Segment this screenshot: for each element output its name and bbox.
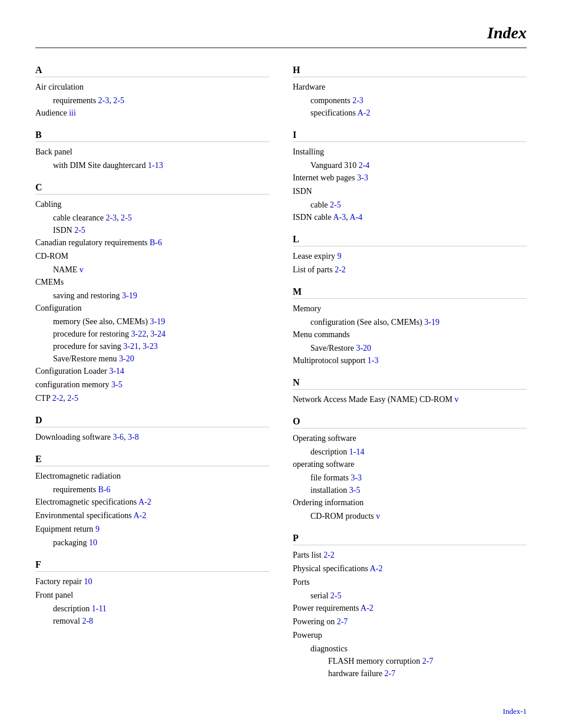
- index-entry: Parts list 2-2: [293, 549, 527, 561]
- index-entry: Installing: [293, 146, 527, 158]
- index-link[interactable]: B-6: [98, 485, 111, 494]
- index-link[interactable]: 2-5: [113, 96, 124, 105]
- section-letter: A: [35, 65, 269, 77]
- index-link[interactable]: v: [376, 512, 380, 521]
- index-link[interactable]: A-2: [358, 108, 371, 117]
- index-link[interactable]: 2-5: [74, 226, 85, 235]
- index-entry: Electromagnetic radiation: [35, 470, 269, 482]
- index-link[interactable]: A-2: [361, 604, 373, 612]
- index-entry: Save/Restore menu 3-20: [35, 353, 269, 365]
- index-entry: requirements 2-3, 2-5: [35, 94, 269, 107]
- index-link[interactable]: 1-13: [148, 161, 163, 170]
- index-link[interactable]: 3-5: [111, 380, 123, 389]
- index-entry: Electromagnetic specifications A-2: [35, 496, 269, 508]
- index-entry: Power requirements A-2: [293, 602, 527, 614]
- index-entry: packaging 10: [35, 536, 269, 549]
- index-link[interactable]: 1-11: [92, 604, 107, 613]
- index-entry: requirements B-6: [35, 483, 269, 496]
- index-entry: with DIM Site daughtercard 1-13: [35, 159, 269, 172]
- index-entry: Memory: [293, 302, 527, 315]
- index-link[interactable]: 3-20: [356, 344, 371, 353]
- index-link[interactable]: 9: [95, 525, 100, 533]
- index-entry: ISDN cable A-3, A-4: [293, 211, 527, 223]
- index-entry: Equipment return 9: [35, 523, 269, 535]
- index-link[interactable]: 3-19: [424, 318, 439, 327]
- index-entry: hardware failure 2-7: [293, 667, 527, 680]
- index-link[interactable]: A-2: [138, 498, 151, 506]
- index-entry: NAME v: [35, 263, 269, 276]
- index-section: FFactory repair 10Front paneldescription…: [35, 559, 269, 627]
- index-link[interactable]: 3-5: [349, 486, 361, 495]
- index-link[interactable]: 2-3: [98, 96, 110, 105]
- index-entry: removal 2-8: [35, 615, 269, 627]
- index-entry: Vanguard 310 2-4: [293, 159, 527, 172]
- index-link[interactable]: 3-19: [150, 317, 165, 326]
- index-link[interactable]: 1-14: [349, 447, 365, 456]
- index-link[interactable]: B-6: [150, 238, 162, 247]
- index-entry: serial 2-5: [293, 589, 527, 602]
- index-link[interactable]: 9: [337, 252, 341, 261]
- index-link[interactable]: v: [455, 395, 459, 404]
- page-footer: Index-1: [503, 707, 527, 716]
- index-entry: procedure for restoring 3-22, 3-24: [35, 328, 269, 340]
- index-entry: Configuration Loader 3-14: [35, 365, 269, 377]
- index-link[interactable]: 10: [84, 577, 92, 586]
- index-entry: Hardware: [293, 81, 527, 93]
- index-link[interactable]: v: [80, 265, 84, 274]
- index-link[interactable]: 2-5: [330, 591, 342, 600]
- index-entry: Cabling: [35, 198, 269, 210]
- index-entry: Internet web pages 3-3: [293, 172, 527, 184]
- index-section: HHardwarecomponents 2-3specifications A-…: [293, 65, 527, 119]
- index-link[interactable]: A-2: [370, 564, 383, 573]
- section-letter: N: [293, 377, 527, 390]
- index-section: CCablingcable clearance 2-3, 2-5ISDN 2-5…: [35, 182, 269, 404]
- page: Index AAir circulationrequirements 2-3, …: [0, 0, 562, 714]
- index-link[interactable]: 2-7: [422, 657, 434, 666]
- index-link[interactable]: 2-5: [330, 200, 341, 209]
- index-link[interactable]: 3-22: [131, 330, 147, 338]
- index-link[interactable]: 3-14: [109, 367, 124, 375]
- index-link[interactable]: 3-8: [128, 433, 139, 442]
- index-link[interactable]: 2-7: [385, 669, 396, 678]
- index-link[interactable]: 2-3: [352, 96, 363, 105]
- index-link[interactable]: A-2: [133, 511, 146, 520]
- index-link[interactable]: 2-2: [323, 551, 335, 559]
- index-link[interactable]: 3-3: [351, 473, 362, 482]
- index-entry: components 2-3: [293, 94, 527, 107]
- index-link[interactable]: A-3: [333, 213, 346, 222]
- index-entry: CD-ROM: [35, 250, 269, 262]
- index-link[interactable]: 2-5: [121, 213, 132, 222]
- index-link[interactable]: A-4: [349, 213, 362, 222]
- index-link[interactable]: 3-23: [143, 342, 158, 351]
- section-letter: H: [293, 65, 527, 77]
- index-link[interactable]: 1-3: [368, 356, 379, 365]
- index-entry: Lease expiry 9: [293, 250, 527, 262]
- index-entry: List of parts 2-2: [293, 263, 527, 276]
- section-letter: D: [35, 415, 269, 427]
- index-link[interactable]: 2-8: [82, 617, 93, 625]
- index-link[interactable]: 2-7: [337, 617, 348, 626]
- index-entry: Powerup: [293, 629, 527, 641]
- index-link[interactable]: 3-19: [122, 291, 137, 300]
- page-header: Index: [35, 24, 527, 48]
- index-entry: Environmental specifications A-2: [35, 509, 269, 522]
- index-link[interactable]: 3-20: [119, 354, 134, 363]
- section-letter: E: [35, 454, 269, 466]
- index-link[interactable]: 2-4: [359, 161, 370, 170]
- index-link[interactable]: 10: [89, 538, 97, 547]
- index-link[interactable]: iii: [69, 108, 76, 117]
- index-link[interactable]: 3-24: [150, 330, 166, 338]
- index-link[interactable]: 3-21: [123, 342, 138, 351]
- index-entry: Operating software: [293, 432, 527, 444]
- index-link[interactable]: 2-2: [335, 265, 346, 274]
- index-entry: Save/Restore 3-20: [293, 342, 527, 354]
- index-link[interactable]: 2-3: [105, 213, 117, 222]
- index-link[interactable]: 3-3: [357, 173, 368, 182]
- index-link[interactable]: 3-6: [113, 433, 124, 442]
- index-link[interactable]: 2-2: [52, 394, 64, 403]
- index-entry: ISDN: [293, 185, 527, 197]
- index-entry: cable 2-5: [293, 199, 527, 211]
- section-letter: P: [293, 533, 527, 545]
- index-section: OOperating softwaredescription 1-14opera…: [293, 416, 527, 522]
- index-link[interactable]: 2-5: [67, 394, 78, 403]
